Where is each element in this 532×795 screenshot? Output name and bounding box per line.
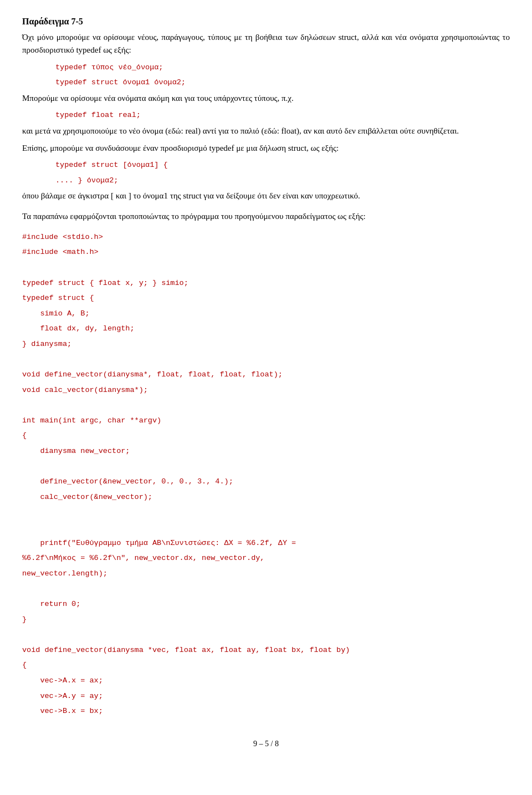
code-blank6 xyxy=(22,522,510,534)
where-paragraph: όπου βάλαμε σε άγκιστρα [ και ] το όνομα… xyxy=(22,190,510,202)
page-footer: 9 – 5 / 8 xyxy=(22,740,510,748)
code-calc-call: calc_vector(&new_vector); xyxy=(22,491,510,503)
intro-paragraph: Όχι μόνο μπορούμε να ορίσουμε νέους, παρ… xyxy=(22,31,510,57)
code-open-brace1: { xyxy=(22,430,510,442)
code-simioAB: simio A, B; xyxy=(22,308,510,320)
code-vecBx: vec->B.x = bx; xyxy=(22,705,510,717)
code-printf3: new_vector.length); xyxy=(22,568,510,580)
code-vecAy: vec->A.y = ay; xyxy=(22,690,510,702)
code-dianysma: } dianysma; xyxy=(22,338,510,350)
code-blank8 xyxy=(22,629,510,641)
typedef-float-code: typedef float real; xyxy=(55,109,510,121)
typedef-struct2-code: typedef struct [όνομα1] { xyxy=(55,159,510,171)
and-then-paragraph: και μετά να χρησιμοποιούμε το νέο όνομα … xyxy=(22,125,510,137)
applying-paragraph: Τα παραπάνω εφαρμόζονται τροποποιώντας τ… xyxy=(22,210,510,223)
code-close-brace1: } xyxy=(22,614,510,626)
code-floatdxdy: float dx, dy, length; xyxy=(22,323,510,335)
code-vecAx: vec->A.x = ax; xyxy=(22,675,510,687)
code-dianysma-new: dianysma new_vector; xyxy=(22,445,510,457)
typedef-type-code: typedef τύπος νέο_όνομα; xyxy=(55,62,510,74)
code-define-call: define_vector(&new_vector, 0., 0., 3., 4… xyxy=(22,476,510,488)
code-blank2 xyxy=(22,353,510,365)
code-typedef2: typedef struct { xyxy=(22,292,510,304)
code-include1: #include <stdio.h> xyxy=(22,231,510,243)
code-void-define-full: void define_vector(dianysma *vec, float … xyxy=(22,644,510,656)
typedef-struct-code: typedef struct όνομα1 όνομα2; xyxy=(55,77,510,89)
code-blank7 xyxy=(22,583,510,595)
code-open-brace2: { xyxy=(22,659,510,671)
also-paragraph: Επίσης, μπορούμε να συνδυάσουμε έναν προ… xyxy=(22,142,510,155)
code-blank3 xyxy=(22,399,510,411)
code-section: #include <stdio.h> #include <math.h> typ… xyxy=(22,231,510,717)
code-include2: #include <math.h> xyxy=(22,246,510,258)
code-printf2: %6.2f\nΜήκος = %6.2f\n", new_vector.dx, … xyxy=(22,552,510,564)
code-blank4 xyxy=(22,461,510,473)
title: Παράδειγμα 7-5 xyxy=(22,17,510,27)
code-printf1: printf("Ευθύγραμμο τμήμα ΑΒ\nΣυνιστώσες:… xyxy=(22,537,510,549)
code-void-calc: void calc_vector(dianysma*); xyxy=(22,384,510,396)
code-blank5 xyxy=(22,506,510,518)
more-types-paragraph: Μπορούμε να ορίσουμε νέα ονόματα ακόμη κ… xyxy=(22,92,510,105)
typedef-struct2b-code: .... } όνομα2; xyxy=(55,175,510,187)
code-int-main: int main(int argc, char **argv) xyxy=(22,415,510,427)
code-typedef1: typedef struct { float x, y; } simio; xyxy=(22,277,510,289)
code-void-define: void define_vector(dianysma*, float, flo… xyxy=(22,369,510,381)
code-return0: return 0; xyxy=(22,598,510,610)
code-blank1 xyxy=(22,262,510,274)
